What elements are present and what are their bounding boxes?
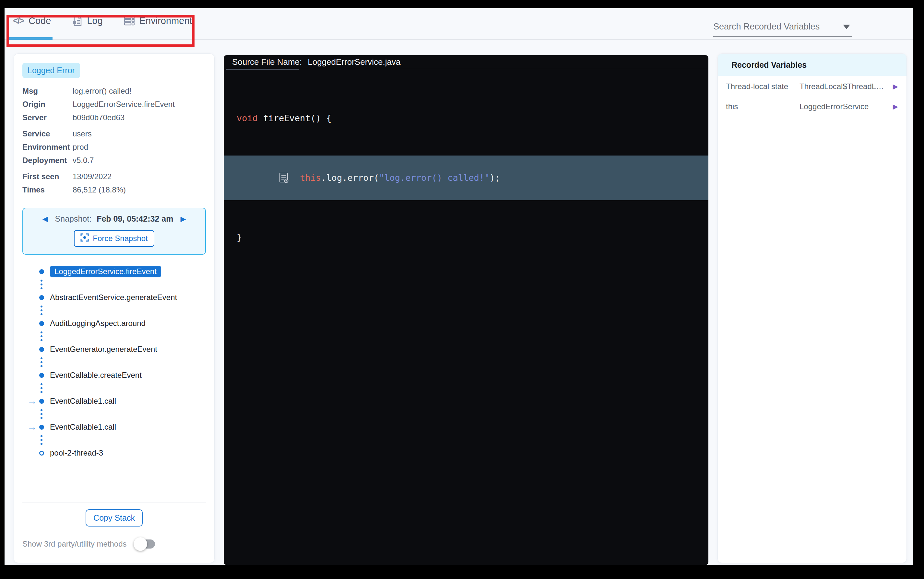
error-details: Msglog.error() called! OriginLoggedError… (22, 87, 206, 199)
detail-label: Deployment (22, 156, 73, 165)
recorded-variables-panel: Recorded Variables Thread-local state Th… (718, 54, 907, 563)
snapshot-prev-button[interactable]: ◀ (41, 215, 50, 223)
detail-value: 13/09/2022 (73, 172, 111, 181)
stack-item-0[interactable]: LoggedErrorService.fireEvent (25, 265, 206, 278)
stack-item-2[interactable]: AuditLoggingAspect.around (25, 317, 206, 329)
variable-row-this[interactable]: this LoggedErrorService ▶ (718, 97, 906, 116)
detail-row-environment: Environmentprod (22, 142, 206, 152)
stack-connector (41, 306, 206, 315)
detail-value: LoggedErrorService.fireEvent (73, 100, 175, 109)
stack-trace-list: LoggedErrorService.fireEvent AbstractEve… (25, 265, 206, 459)
detail-row-origin: OriginLoggedErrorService.fireEvent (22, 100, 206, 109)
stack-item-3[interactable]: EventGenerator.generateEvent (25, 343, 206, 355)
stack-item-label[interactable]: EventCallable1.call (50, 422, 116, 432)
logpoint-icon[interactable] (226, 157, 289, 203)
detail-label: Environment (22, 142, 73, 152)
variable-value: LoggedErrorService (799, 102, 890, 111)
detail-label: Times (22, 185, 73, 195)
code-icon: </> (13, 16, 24, 26)
search-recorded-variables-select[interactable]: Search Recorded Variables (713, 22, 852, 37)
stack-item-label[interactable]: AbstractEventService.generateEvent (50, 293, 177, 302)
stack-connector (41, 280, 206, 290)
expand-arrow-icon[interactable]: ▶ (890, 103, 898, 111)
detail-value: log.error() called! (73, 87, 131, 96)
detail-value: v5.0.7 (73, 156, 94, 165)
stack-connector (41, 357, 206, 367)
force-snapshot-button[interactable]: Force Snapshot (74, 230, 154, 247)
stack-connector (41, 435, 206, 445)
expand-arrow-icon[interactable]: ▶ (890, 83, 898, 90)
header-underline (226, 69, 299, 70)
force-snapshot-label: Force Snapshot (93, 234, 147, 243)
logged-error-badge: Logged Error (22, 63, 80, 78)
snapshot-label: Snapshot: (55, 214, 92, 224)
variable-name: this (726, 102, 799, 111)
stack-bullet (39, 295, 44, 300)
active-tab-underline (7, 37, 52, 40)
source-file-header: Source File Name: LoggedErrorService.jav… (224, 55, 708, 69)
detail-row-msg: Msglog.error() called! (22, 87, 206, 96)
divider (22, 502, 206, 503)
third-party-toggle-row: Show 3rd party/utility methods (22, 536, 206, 563)
detail-value: 86,512 (18.8%) (73, 185, 126, 195)
recorded-variables-title: Recorded Variables (718, 54, 906, 76)
stack-bullet (39, 269, 44, 274)
toggle-label: Show 3rd party/utility methods (22, 540, 126, 548)
top-bar: </> Code Log (5, 8, 913, 40)
entry-arrow-icon: → (25, 396, 39, 407)
stack-connector (41, 332, 206, 341)
stack-item-7[interactable]: pool-2-thread-3 (25, 447, 206, 459)
entry-arrow-icon: → (25, 422, 39, 433)
tab-environment[interactable]: Environment (124, 16, 192, 26)
stack-bullet (39, 321, 44, 326)
detail-row-deployment: Deploymentv5.0.7 (22, 156, 206, 165)
stack-item-label[interactable]: LoggedErrorService.fireEvent (50, 266, 161, 277)
tab-code-label: Code (28, 16, 51, 26)
stack-item-label[interactable]: EventCallable1.call (50, 397, 116, 406)
toggle-knob (134, 537, 147, 551)
stack-bullet (39, 399, 44, 404)
snapshot-box: ◀ Snapshot: Feb 09, 05:42:32 am ▶ Force … (22, 208, 206, 255)
variable-row-thread-local[interactable]: Thread-local state ThreadLocal$ThreadL… … (718, 77, 906, 96)
variable-value: ThreadLocal$ThreadL… (799, 82, 890, 91)
snapshot-nav: ◀ Snapshot: Feb 09, 05:42:32 am ▶ (25, 214, 203, 224)
tab-environment-label: Environment (139, 16, 192, 26)
app-window: </> Code Log (5, 8, 913, 565)
stack-item-1[interactable]: AbstractEventService.generateEvent (25, 291, 206, 304)
log-icon (72, 15, 82, 26)
detail-label: Msg (22, 87, 73, 96)
detail-row-first-seen: First seen13/09/2022 (22, 172, 206, 181)
search-placeholder: Search Recorded Variables (713, 22, 843, 32)
stack-item-label[interactable]: AuditLoggingAspect.around (50, 319, 146, 328)
caret-down-icon (843, 25, 850, 29)
stack-bullet (39, 347, 44, 352)
snapshot-next-button[interactable]: ▶ (178, 215, 188, 223)
third-party-toggle[interactable] (134, 536, 157, 552)
code-line-1: void fireEvent() { (224, 111, 708, 126)
detail-label: Service (22, 129, 73, 138)
tab-bar: </> Code Log (13, 15, 192, 26)
stack-item-label[interactable]: EventCallable.createEvent (50, 371, 142, 380)
logged-error-panel: Logged Error Msglog.error() called! Orig… (14, 54, 215, 563)
detail-value: b09d0b70ed63 (73, 113, 125, 122)
stack-connector (41, 383, 206, 393)
force-snapshot-icon (80, 233, 89, 244)
copy-stack-button[interactable]: Copy Stack (85, 509, 143, 527)
detail-row-times: Times86,512 (18.8%) (22, 185, 206, 195)
detail-row-server: Serverb09d0b70ed63 (22, 113, 206, 122)
code-line-2-highlighted: this.log.error("log.error() called!"); (224, 155, 708, 200)
stack-item-label[interactable]: pool-2-thread-3 (50, 448, 103, 458)
variable-name: Thread-local state (726, 82, 799, 91)
tab-code[interactable]: </> Code (13, 16, 51, 26)
detail-label: Server (22, 113, 73, 122)
stack-item-label[interactable]: EventGenerator.generateEvent (50, 345, 157, 354)
tab-log[interactable]: Log (72, 15, 102, 26)
detail-row-service: Serviceusers (22, 129, 206, 138)
stack-connector (41, 409, 206, 419)
thread-bullet (39, 451, 44, 456)
snapshot-timestamp: Feb 09, 05:42:32 am (97, 214, 173, 224)
stack-item-6[interactable]: →EventCallable1.call (25, 421, 206, 433)
code-line-3: } (224, 230, 708, 245)
stack-item-5[interactable]: →EventCallable1.call (25, 395, 206, 407)
stack-item-4[interactable]: EventCallable.createEvent (25, 369, 206, 381)
